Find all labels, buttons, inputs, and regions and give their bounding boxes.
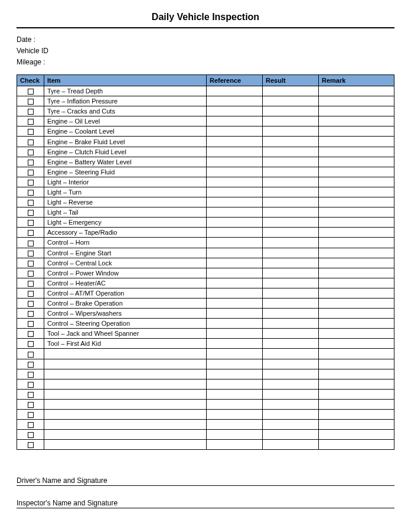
- check-cell[interactable]: [17, 288, 44, 298]
- check-cell[interactable]: [17, 177, 44, 187]
- check-cell[interactable]: [17, 399, 44, 409]
- check-cell[interactable]: [17, 349, 44, 359]
- check-cell[interactable]: [17, 116, 44, 126]
- reference-cell[interactable]: [207, 359, 263, 369]
- reference-cell[interactable]: [207, 379, 263, 389]
- check-cell[interactable]: [17, 228, 44, 238]
- driver-signature-line[interactable]: Driver's Name and Signature: [17, 476, 394, 486]
- check-cell[interactable]: [17, 147, 44, 157]
- checkbox-icon[interactable]: [28, 89, 34, 95]
- remark-cell[interactable]: [319, 157, 394, 167]
- result-cell[interactable]: [263, 440, 319, 450]
- check-cell[interactable]: [17, 369, 44, 379]
- checkbox-icon[interactable]: [28, 311, 34, 317]
- checkbox-icon[interactable]: [28, 230, 34, 236]
- checkbox-icon[interactable]: [28, 109, 34, 115]
- remark-cell[interactable]: [319, 116, 394, 126]
- remark-cell[interactable]: [319, 248, 394, 258]
- check-cell[interactable]: [17, 359, 44, 369]
- reference-cell[interactable]: [207, 430, 263, 440]
- check-cell[interactable]: [17, 187, 44, 197]
- result-cell[interactable]: [263, 298, 319, 308]
- remark-cell[interactable]: [319, 137, 394, 147]
- checkbox-icon[interactable]: [28, 261, 34, 267]
- check-cell[interactable]: [17, 389, 44, 399]
- reference-cell[interactable]: [207, 137, 263, 147]
- result-cell[interactable]: [263, 96, 319, 106]
- checkbox-icon[interactable]: [28, 341, 34, 347]
- check-cell[interactable]: [17, 258, 44, 268]
- result-cell[interactable]: [263, 278, 319, 288]
- reference-cell[interactable]: [207, 177, 263, 187]
- result-cell[interactable]: [263, 410, 319, 420]
- remark-cell[interactable]: [319, 207, 394, 218]
- remark-cell[interactable]: [319, 167, 394, 177]
- checkbox-icon[interactable]: [28, 119, 34, 125]
- result-cell[interactable]: [263, 197, 319, 207]
- check-cell[interactable]: [17, 197, 44, 207]
- reference-cell[interactable]: [207, 106, 263, 116]
- remark-cell[interactable]: [319, 329, 394, 339]
- remark-cell[interactable]: [319, 379, 394, 389]
- reference-cell[interactable]: [207, 187, 263, 197]
- reference-cell[interactable]: [207, 339, 263, 349]
- result-cell[interactable]: [263, 339, 319, 349]
- result-cell[interactable]: [263, 106, 319, 116]
- reference-cell[interactable]: [207, 197, 263, 207]
- check-cell[interactable]: [17, 329, 44, 339]
- result-cell[interactable]: [263, 126, 319, 137]
- reference-cell[interactable]: [207, 369, 263, 379]
- result-cell[interactable]: [263, 167, 319, 177]
- checkbox-icon[interactable]: [28, 140, 34, 145]
- checkbox-icon[interactable]: [28, 362, 34, 368]
- remark-cell[interactable]: [319, 106, 394, 116]
- check-cell[interactable]: [17, 440, 44, 450]
- checkbox-icon[interactable]: [28, 412, 34, 418]
- remark-cell[interactable]: [319, 278, 394, 288]
- checkbox-icon[interactable]: [28, 331, 34, 337]
- remark-cell[interactable]: [319, 440, 394, 450]
- checkbox-icon[interactable]: [28, 291, 34, 297]
- result-cell[interactable]: [263, 248, 319, 258]
- remark-cell[interactable]: [319, 187, 394, 197]
- check-cell[interactable]: [17, 218, 44, 228]
- checkbox-icon[interactable]: [28, 352, 34, 358]
- checkbox-icon[interactable]: [28, 220, 34, 226]
- reference-cell[interactable]: [207, 248, 263, 258]
- check-cell[interactable]: [17, 248, 44, 258]
- remark-cell[interactable]: [319, 96, 394, 106]
- checkbox-icon[interactable]: [28, 251, 34, 257]
- checkbox-icon[interactable]: [28, 150, 34, 155]
- result-cell[interactable]: [263, 309, 319, 319]
- checkbox-icon[interactable]: [28, 271, 34, 277]
- checkbox-icon[interactable]: [28, 180, 34, 186]
- check-cell[interactable]: [17, 167, 44, 177]
- remark-cell[interactable]: [319, 399, 394, 409]
- remark-cell[interactable]: [319, 258, 394, 268]
- reference-cell[interactable]: [207, 126, 263, 137]
- reference-cell[interactable]: [207, 96, 263, 106]
- check-cell[interactable]: [17, 278, 44, 288]
- checkbox-icon[interactable]: [28, 432, 34, 438]
- result-cell[interactable]: [263, 238, 319, 248]
- result-cell[interactable]: [263, 157, 319, 167]
- remark-cell[interactable]: [319, 410, 394, 420]
- checkbox-icon[interactable]: [28, 129, 34, 135]
- check-cell[interactable]: [17, 319, 44, 329]
- remark-cell[interactable]: [319, 86, 394, 96]
- inspector-signature-line[interactable]: Inspector's Name and Signature: [17, 499, 394, 508]
- checkbox-icon[interactable]: [28, 321, 34, 327]
- result-cell[interactable]: [263, 329, 319, 339]
- reference-cell[interactable]: [207, 147, 263, 157]
- checkbox-icon[interactable]: [28, 372, 34, 378]
- reference-cell[interactable]: [207, 420, 263, 430]
- reference-cell[interactable]: [207, 157, 263, 167]
- checkbox-icon[interactable]: [28, 241, 34, 246]
- result-cell[interactable]: [263, 187, 319, 197]
- remark-cell[interactable]: [319, 389, 394, 399]
- check-cell[interactable]: [17, 106, 44, 116]
- remark-cell[interactable]: [319, 177, 394, 187]
- remark-cell[interactable]: [319, 349, 394, 359]
- remark-cell[interactable]: [319, 339, 394, 349]
- reference-cell[interactable]: [207, 207, 263, 218]
